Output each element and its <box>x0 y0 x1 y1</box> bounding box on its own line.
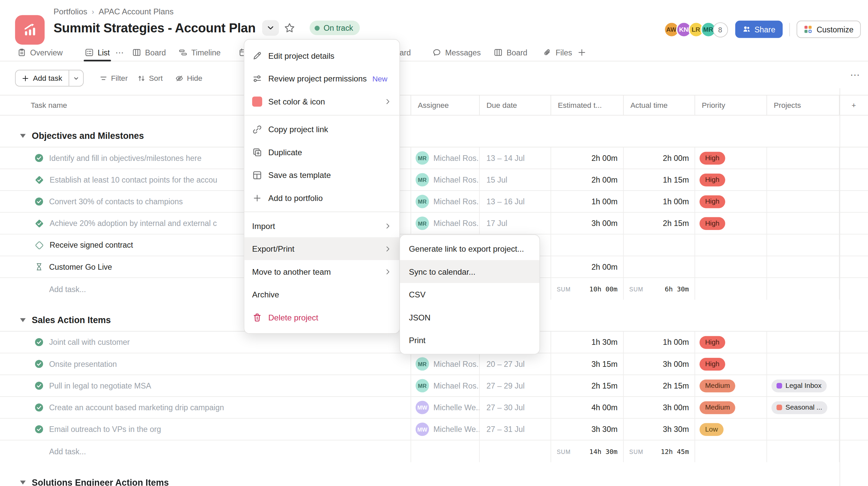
tab-files[interactable]: Files <box>543 44 572 61</box>
add-task-dropdown-button[interactable] <box>68 70 83 86</box>
add-task-button[interactable]: Add task <box>16 70 68 86</box>
filter-button[interactable]: Filter <box>99 70 128 86</box>
due-date-cell[interactable]: 15 Jul <box>480 169 551 191</box>
menu-item-review-project-permissions[interactable]: Review project permissions New <box>244 67 399 90</box>
add-task-row[interactable]: Add task... <box>0 440 411 462</box>
actual-time-cell[interactable]: 1h 00m <box>624 332 695 353</box>
tab-add-view[interactable] <box>578 44 586 61</box>
submenu-item-generate-link-to-export-project[interactable]: Generate link to export project... <box>400 237 539 260</box>
projects-cell[interactable] <box>767 353 839 375</box>
menu-item-delete-project[interactable]: Delete project <box>244 306 399 329</box>
customize-button[interactable]: Customize <box>797 21 861 38</box>
tab-timeline[interactable]: Timeline <box>179 44 220 61</box>
project-actions-menu-button[interactable] <box>262 20 279 36</box>
task-row[interactable]: Pull in legal to negotiate MSAMRMichael … <box>0 375 868 397</box>
status-badge[interactable]: On track <box>310 21 360 35</box>
projects-cell[interactable] <box>767 332 839 353</box>
tab-list[interactable]: List⋯ <box>85 44 124 61</box>
priority-cell[interactable]: High <box>695 191 767 212</box>
submenu-item-csv[interactable]: CSV <box>400 283 539 306</box>
actual-time-cell[interactable] <box>624 256 695 278</box>
assignee-cell[interactable]: MRMichael Ros... <box>411 375 480 397</box>
avatar-overflow-count[interactable]: 8 <box>713 22 727 37</box>
check-circle-icon[interactable] <box>35 381 44 390</box>
check-circle-icon[interactable] <box>35 425 44 434</box>
projects-cell[interactable] <box>767 419 839 440</box>
tab-messages[interactable]: Messages <box>432 44 481 61</box>
project-pill[interactable]: Seasonal ... <box>772 401 827 414</box>
task-row[interactable]: Achieve 20% adoption by internal and ext… <box>0 212 868 234</box>
due-date-cell[interactable]: 13 – 14 Jul <box>480 147 551 169</box>
breadcrumb-portfolios[interactable]: Portfolios <box>54 7 87 16</box>
priority-cell[interactable]: High <box>695 212 767 234</box>
section-header[interactable]: Objectives and Milestones <box>0 125 868 147</box>
check-diamond-icon[interactable] <box>35 219 44 228</box>
priority-cell[interactable] <box>695 256 767 278</box>
projects-cell[interactable]: Seasonal ... <box>767 397 839 418</box>
actual-time-cell[interactable]: 3h 00m <box>624 353 695 375</box>
estimated-time-cell[interactable]: 2h 00m <box>551 256 623 278</box>
task-name-cell[interactable]: Create an account based marketing drip c… <box>0 397 411 418</box>
check-circle-icon[interactable] <box>35 403 44 412</box>
column-header[interactable]: Due date <box>480 95 551 115</box>
favorite-star-icon[interactable] <box>284 22 295 33</box>
due-date-cell[interactable]: 27 – 30 Jul <box>480 397 551 418</box>
column-header[interactable]: Actual time <box>624 95 695 115</box>
project-pill[interactable]: Legal Inbox <box>772 379 827 392</box>
collapse-triangle-icon[interactable] <box>20 134 26 138</box>
sort-button[interactable]: Sort <box>137 70 163 86</box>
assignee-cell[interactable]: MRMichael Ros... <box>411 353 480 375</box>
column-header[interactable]: Assignee <box>411 95 480 115</box>
column-header[interactable]: Priority <box>695 95 767 115</box>
assignee-cell[interactable]: MRMichael Ros... <box>411 147 480 169</box>
actual-time-cell[interactable]: 1h 15m <box>624 169 695 191</box>
menu-item-export-print[interactable]: Export/Print <box>244 237 399 260</box>
projects-cell[interactable] <box>767 212 839 234</box>
actual-time-cell[interactable]: 2h 00m <box>624 147 695 169</box>
assignee-cell[interactable]: MWMichelle We... <box>411 419 480 440</box>
task-row[interactable]: Create an account based marketing drip c… <box>0 397 868 419</box>
check-diamond-icon[interactable] <box>35 175 44 184</box>
priority-cell[interactable]: High <box>695 353 767 375</box>
due-date-cell[interactable]: 20 – 27 Jul <box>480 353 551 375</box>
menu-item-copy-project-link[interactable]: Copy project link <box>244 118 399 141</box>
task-name-cell[interactable]: Email outreach to VPs in the org <box>0 419 411 440</box>
priority-cell[interactable]: Low <box>695 419 767 440</box>
due-date-cell[interactable]: 13 – 16 Jul <box>480 191 551 212</box>
menu-item-duplicate[interactable]: Duplicate <box>244 141 399 164</box>
priority-cell[interactable]: High <box>695 169 767 191</box>
actual-time-cell[interactable] <box>624 234 695 256</box>
hourglass-icon[interactable] <box>35 262 44 271</box>
due-date-cell[interactable]: 17 Jul <box>480 212 551 234</box>
task-row[interactable]: Identify and fill in objectives/mileston… <box>0 147 868 169</box>
estimated-time-cell[interactable]: 4h 00m <box>551 397 623 418</box>
menu-item-save-as-template[interactable]: Save as template <box>244 164 399 187</box>
check-circle-icon[interactable] <box>35 197 44 206</box>
task-name-cell[interactable]: Pull in legal to negotiate MSA <box>0 375 411 397</box>
tab-board[interactable]: Board <box>132 44 166 61</box>
task-row[interactable]: Establish at least 10 contact points for… <box>0 169 868 191</box>
assignee-cell[interactable]: MRMichael Ros... <box>411 212 480 234</box>
projects-cell[interactable] <box>767 169 839 191</box>
submenu-item-json[interactable]: JSON <box>400 306 539 329</box>
estimated-time-cell[interactable] <box>551 234 623 256</box>
menu-item-import[interactable]: Import <box>244 214 399 237</box>
task-row[interactable]: Onsite presentationMRMichael Ros...20 – … <box>0 353 868 375</box>
estimated-time-cell[interactable]: 1h 30m <box>551 332 623 353</box>
menu-item-move-to-another-team[interactable]: Move to another team <box>244 260 399 283</box>
menu-item-edit-project-details[interactable]: Edit project details <box>244 44 399 67</box>
actual-time-cell[interactable]: 3h 00m <box>624 397 695 418</box>
projects-cell[interactable]: Legal Inbox <box>767 375 839 397</box>
due-date-cell[interactable]: 27 – 29 Jul <box>480 375 551 397</box>
check-circle-icon[interactable] <box>35 338 44 347</box>
task-name-cell[interactable]: Joint call with customer <box>0 332 411 353</box>
projects-cell[interactable] <box>767 147 839 169</box>
column-header[interactable]: Projects <box>767 95 839 115</box>
priority-cell[interactable]: Medium <box>695 375 767 397</box>
tab-overflow-icon[interactable]: ⋯ <box>116 48 124 57</box>
add-column-button[interactable]: + <box>840 95 868 115</box>
estimated-time-cell[interactable]: 3h 30m <box>551 419 623 440</box>
section-header[interactable]: Solutions Engineer Action Items <box>0 471 868 486</box>
collapse-triangle-icon[interactable] <box>20 481 26 485</box>
estimated-time-cell[interactable]: 2h 00m <box>551 147 623 169</box>
